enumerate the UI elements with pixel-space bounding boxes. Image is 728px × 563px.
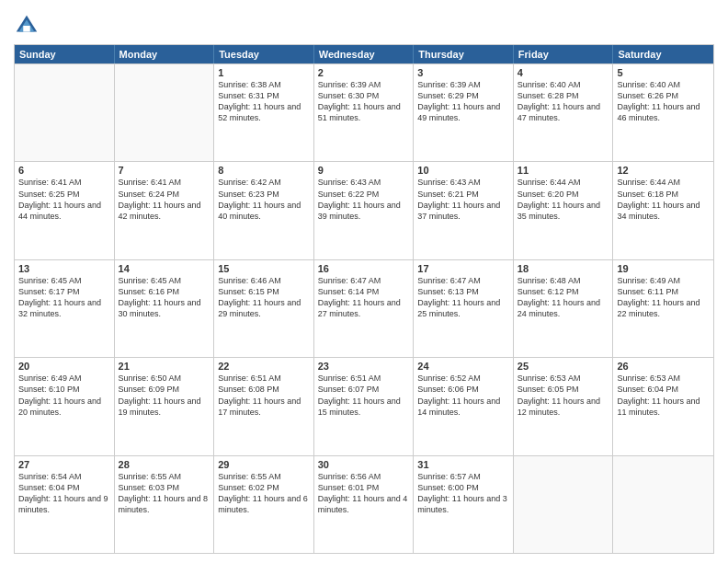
calendar-row-0: 1Sunrise: 6:38 AM Sunset: 6:31 PM Daylig… [15, 63, 713, 161]
calendar-cell-1-5: 11Sunrise: 6:44 AM Sunset: 6:20 PM Dayli… [514, 162, 614, 259]
calendar-cell-0-6: 5Sunrise: 6:40 AM Sunset: 6:26 PM Daylig… [613, 64, 713, 161]
cell-details: Sunrise: 6:44 AM Sunset: 6:18 PM Dayligh… [617, 177, 710, 222]
day-number: 19 [617, 263, 710, 274]
calendar-cell-1-6: 12Sunrise: 6:44 AM Sunset: 6:18 PM Dayli… [613, 162, 713, 259]
cell-details: Sunrise: 6:39 AM Sunset: 6:29 PM Dayligh… [417, 79, 509, 124]
day-number: 8 [218, 165, 310, 176]
day-number: 18 [518, 263, 609, 274]
cell-details: Sunrise: 6:47 AM Sunset: 6:14 PM Dayligh… [318, 275, 410, 320]
day-number: 5 [617, 67, 710, 78]
cell-details: Sunrise: 6:50 AM Sunset: 6:09 PM Dayligh… [119, 373, 210, 418]
day-number: 6 [18, 165, 110, 176]
cell-details: Sunrise: 6:55 AM Sunset: 6:03 PM Dayligh… [119, 471, 210, 516]
calendar-cell-0-0 [15, 64, 115, 161]
calendar-cell-0-5: 4Sunrise: 6:40 AM Sunset: 6:28 PM Daylig… [514, 64, 614, 161]
day-number: 14 [119, 263, 210, 274]
calendar-cell-1-2: 8Sunrise: 6:42 AM Sunset: 6:23 PM Daylig… [214, 162, 314, 259]
cell-details: Sunrise: 6:38 AM Sunset: 6:31 PM Dayligh… [218, 79, 310, 124]
cell-details: Sunrise: 6:53 AM Sunset: 6:04 PM Dayligh… [617, 373, 710, 418]
calendar-row-2: 13Sunrise: 6:45 AM Sunset: 6:17 PM Dayli… [15, 259, 713, 357]
calendar-cell-4-2: 29Sunrise: 6:55 AM Sunset: 6:02 PM Dayli… [214, 456, 314, 553]
calendar-cell-4-5 [514, 456, 614, 553]
day-number: 4 [518, 67, 609, 78]
day-number: 7 [119, 165, 210, 176]
cell-details: Sunrise: 6:49 AM Sunset: 6:10 PM Dayligh… [18, 373, 110, 418]
calendar-cell-1-0: 6Sunrise: 6:41 AM Sunset: 6:25 PM Daylig… [15, 162, 115, 259]
logo-icon [14, 13, 40, 39]
calendar-cell-3-1: 21Sunrise: 6:50 AM Sunset: 6:09 PM Dayli… [115, 358, 215, 454]
day-number: 29 [218, 459, 310, 470]
cell-details: Sunrise: 6:52 AM Sunset: 6:06 PM Dayligh… [417, 373, 509, 418]
cell-details: Sunrise: 6:43 AM Sunset: 6:22 PM Dayligh… [318, 177, 410, 222]
cell-details: Sunrise: 6:41 AM Sunset: 6:24 PM Dayligh… [119, 177, 210, 222]
weekday-header-thursday: Thursday [414, 45, 514, 63]
weekday-header-tuesday: Tuesday [214, 45, 314, 63]
day-number: 9 [318, 165, 410, 176]
day-number: 12 [617, 165, 710, 176]
calendar: SundayMondayTuesdayWednesdayThursdayFrid… [14, 44, 714, 554]
calendar-cell-2-1: 14Sunrise: 6:45 AM Sunset: 6:16 PM Dayli… [115, 260, 215, 357]
calendar-cell-1-1: 7Sunrise: 6:41 AM Sunset: 6:24 PM Daylig… [115, 162, 215, 259]
calendar-cell-3-6: 26Sunrise: 6:53 AM Sunset: 6:04 PM Dayli… [613, 358, 713, 454]
calendar-cell-1-3: 9Sunrise: 6:43 AM Sunset: 6:22 PM Daylig… [314, 162, 415, 259]
calendar-body: 1Sunrise: 6:38 AM Sunset: 6:31 PM Daylig… [15, 63, 713, 553]
calendar-cell-4-6 [613, 456, 713, 553]
calendar-cell-3-0: 20Sunrise: 6:49 AM Sunset: 6:10 PM Dayli… [15, 358, 115, 454]
svg-rect-2 [23, 26, 29, 32]
cell-details: Sunrise: 6:51 AM Sunset: 6:08 PM Dayligh… [218, 373, 310, 418]
calendar-cell-0-3: 2Sunrise: 6:39 AM Sunset: 6:30 PM Daylig… [314, 64, 415, 161]
day-number: 21 [119, 361, 210, 372]
day-number: 28 [119, 459, 210, 470]
day-number: 27 [18, 459, 110, 470]
page: SundayMondayTuesdayWednesdayThursdayFrid… [0, 0, 728, 563]
cell-details: Sunrise: 6:57 AM Sunset: 6:00 PM Dayligh… [417, 471, 509, 516]
weekday-header-wednesday: Wednesday [314, 45, 415, 63]
cell-details: Sunrise: 6:56 AM Sunset: 6:01 PM Dayligh… [318, 471, 410, 516]
calendar-cell-4-3: 30Sunrise: 6:56 AM Sunset: 6:01 PM Dayli… [314, 456, 415, 553]
day-number: 15 [218, 263, 310, 274]
calendar-cell-3-4: 24Sunrise: 6:52 AM Sunset: 6:06 PM Dayli… [414, 358, 514, 454]
calendar-cell-3-5: 25Sunrise: 6:53 AM Sunset: 6:05 PM Dayli… [514, 358, 614, 454]
cell-details: Sunrise: 6:44 AM Sunset: 6:20 PM Dayligh… [518, 177, 609, 222]
header [14, 9, 714, 39]
day-number: 30 [318, 459, 410, 470]
weekday-header-friday: Friday [514, 45, 614, 63]
cell-details: Sunrise: 6:46 AM Sunset: 6:15 PM Dayligh… [218, 275, 310, 320]
day-number: 17 [417, 263, 509, 274]
day-number: 10 [417, 165, 509, 176]
calendar-cell-4-1: 28Sunrise: 6:55 AM Sunset: 6:03 PM Dayli… [115, 456, 215, 553]
cell-details: Sunrise: 6:41 AM Sunset: 6:25 PM Dayligh… [18, 177, 110, 222]
calendar-cell-4-4: 31Sunrise: 6:57 AM Sunset: 6:00 PM Dayli… [414, 456, 514, 553]
calendar-row-4: 27Sunrise: 6:54 AM Sunset: 6:04 PM Dayli… [15, 455, 713, 553]
calendar-row-1: 6Sunrise: 6:41 AM Sunset: 6:25 PM Daylig… [15, 161, 713, 259]
calendar-cell-4-0: 27Sunrise: 6:54 AM Sunset: 6:04 PM Dayli… [15, 456, 115, 553]
cell-details: Sunrise: 6:48 AM Sunset: 6:12 PM Dayligh… [518, 275, 609, 320]
cell-details: Sunrise: 6:42 AM Sunset: 6:23 PM Dayligh… [218, 177, 310, 222]
calendar-cell-1-4: 10Sunrise: 6:43 AM Sunset: 6:21 PM Dayli… [414, 162, 514, 259]
calendar-cell-0-2: 1Sunrise: 6:38 AM Sunset: 6:31 PM Daylig… [214, 64, 314, 161]
day-number: 26 [617, 361, 710, 372]
weekday-header-saturday: Saturday [613, 45, 713, 63]
cell-details: Sunrise: 6:54 AM Sunset: 6:04 PM Dayligh… [18, 471, 110, 516]
cell-details: Sunrise: 6:55 AM Sunset: 6:02 PM Dayligh… [218, 471, 310, 516]
calendar-cell-2-5: 18Sunrise: 6:48 AM Sunset: 6:12 PM Dayli… [514, 260, 614, 357]
day-number: 20 [18, 361, 110, 372]
cell-details: Sunrise: 6:43 AM Sunset: 6:21 PM Dayligh… [417, 177, 509, 222]
day-number: 31 [417, 459, 509, 470]
cell-details: Sunrise: 6:45 AM Sunset: 6:17 PM Dayligh… [18, 275, 110, 320]
calendar-cell-0-1 [115, 64, 215, 161]
weekday-header-monday: Monday [115, 45, 215, 63]
calendar-cell-3-3: 23Sunrise: 6:51 AM Sunset: 6:07 PM Dayli… [314, 358, 415, 454]
cell-details: Sunrise: 6:45 AM Sunset: 6:16 PM Dayligh… [119, 275, 210, 320]
day-number: 25 [518, 361, 609, 372]
calendar-cell-0-4: 3Sunrise: 6:39 AM Sunset: 6:29 PM Daylig… [414, 64, 514, 161]
day-number: 16 [318, 263, 410, 274]
day-number: 22 [218, 361, 310, 372]
calendar-header: SundayMondayTuesdayWednesdayThursdayFrid… [15, 45, 713, 63]
calendar-cell-3-2: 22Sunrise: 6:51 AM Sunset: 6:08 PM Dayli… [214, 358, 314, 454]
cell-details: Sunrise: 6:49 AM Sunset: 6:11 PM Dayligh… [617, 275, 710, 320]
cell-details: Sunrise: 6:51 AM Sunset: 6:07 PM Dayligh… [318, 373, 410, 418]
day-number: 24 [417, 361, 509, 372]
cell-details: Sunrise: 6:53 AM Sunset: 6:05 PM Dayligh… [518, 373, 609, 418]
day-number: 3 [417, 67, 509, 78]
